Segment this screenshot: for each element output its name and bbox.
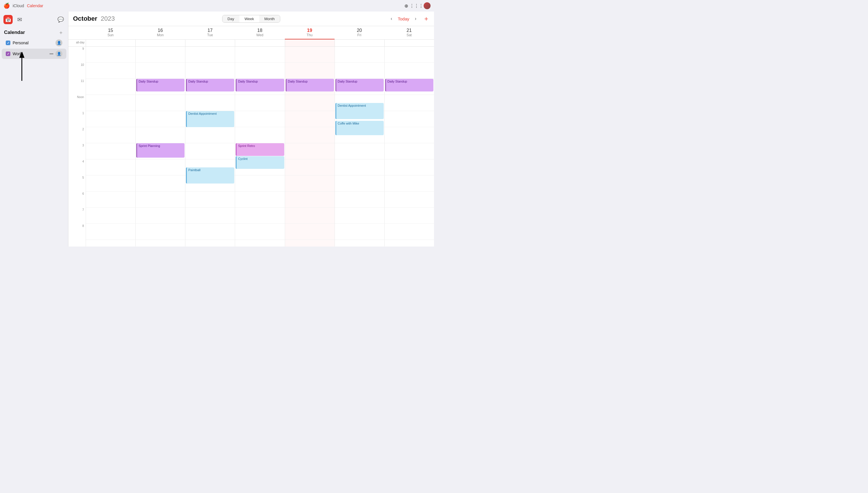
wed-6[interactable] — [235, 192, 284, 208]
fri-8[interactable] — [335, 224, 384, 240]
event-daily-standup-sat[interactable]: Daily Standup — [385, 79, 433, 91]
sun-2[interactable] — [86, 127, 135, 143]
view-week-button[interactable]: Week — [239, 15, 259, 22]
personal-person-icon[interactable]: 👤 — [55, 39, 62, 46]
fri-4[interactable] — [335, 159, 384, 175]
calendar-app-icon[interactable]: 📅 — [3, 15, 13, 24]
sidebar-item-work[interactable]: ✓ Work ••• 👤 — [2, 49, 66, 59]
thu-3[interactable] — [285, 143, 335, 159]
event-dentist-fri[interactable]: Dentist Appointment — [336, 103, 384, 119]
sat-10[interactable] — [385, 63, 434, 79]
sun-12[interactable] — [86, 95, 135, 111]
thu-10[interactable] — [285, 63, 335, 79]
event-sprint-retro[interactable]: Sprint Retro — [236, 143, 284, 156]
event-daily-standup-wed[interactable]: Daily Standup — [236, 79, 284, 91]
sat-3[interactable] — [385, 143, 434, 159]
event-cyclint[interactable]: Cyclint — [236, 156, 284, 169]
thu-4[interactable] — [285, 159, 335, 175]
sat-1[interactable] — [385, 111, 434, 127]
mail-icon[interactable]: ✉ — [15, 15, 24, 24]
wed-1[interactable] — [235, 111, 284, 127]
sun-6[interactable] — [86, 192, 135, 208]
prev-arrow[interactable]: ‹ — [387, 15, 395, 23]
event-daily-standup-thu[interactable]: Daily Standup — [286, 79, 334, 91]
event-paintball-tue[interactable]: Paintball — [186, 167, 234, 184]
mon-9[interactable] — [136, 47, 185, 63]
tue-2[interactable] — [185, 127, 235, 143]
fri-9[interactable] — [335, 47, 384, 63]
fri-6[interactable] — [335, 192, 384, 208]
sun-5[interactable] — [86, 175, 135, 192]
thu-12[interactable] — [285, 95, 335, 111]
sat-2[interactable] — [385, 127, 434, 143]
wed-12[interactable] — [235, 95, 284, 111]
event-daily-standup-tue[interactable]: Daily Standup — [186, 79, 234, 91]
sun-9[interactable] — [86, 47, 135, 63]
view-month-button[interactable]: Month — [259, 15, 280, 22]
wed-7[interactable] — [235, 208, 284, 224]
tue-3[interactable] — [185, 143, 235, 159]
sun-4[interactable] — [86, 159, 135, 175]
sun-1[interactable] — [86, 111, 135, 127]
event-daily-standup-fri[interactable]: Daily Standup — [336, 79, 384, 91]
work-person-icon[interactable]: 👤 — [55, 50, 62, 57]
sun-8[interactable] — [86, 224, 135, 240]
tue-7[interactable] — [185, 208, 235, 224]
sat-5[interactable] — [385, 175, 434, 192]
sat-4[interactable] — [385, 159, 434, 175]
thu-6[interactable] — [285, 192, 335, 208]
sun-10[interactable] — [86, 63, 135, 79]
thu-5[interactable] — [285, 175, 335, 192]
add-calendar-button[interactable]: ＋ — [58, 29, 64, 36]
sat-8[interactable] — [385, 224, 434, 240]
sat-9[interactable] — [385, 47, 434, 63]
sat-7[interactable] — [385, 208, 434, 224]
tue-12[interactable] — [185, 95, 235, 111]
wed-2[interactable] — [235, 127, 284, 143]
fri-10[interactable] — [335, 63, 384, 79]
mon-5[interactable] — [136, 175, 185, 192]
wed-9[interactable] — [235, 47, 284, 63]
chat-icon[interactable]: 💬 — [56, 16, 65, 24]
tue-6[interactable] — [185, 192, 235, 208]
tue-9[interactable] — [185, 47, 235, 63]
work-more-icon[interactable]: ••• — [49, 51, 54, 57]
fri-7[interactable] — [335, 208, 384, 224]
wed-10[interactable] — [235, 63, 284, 79]
user-avatar[interactable] — [424, 2, 431, 9]
event-sprint-planning-mon[interactable]: Sprint Planning — [136, 143, 184, 158]
mon-12[interactable] — [136, 95, 185, 111]
personal-checkbox[interactable]: ✓ — [6, 41, 10, 45]
sat-12[interactable] — [385, 95, 434, 111]
mon-4[interactable] — [136, 159, 185, 175]
event-coffe-mike[interactable]: Coffe with Mike — [336, 121, 384, 135]
mon-2[interactable] — [136, 127, 185, 143]
mon-8[interactable] — [136, 224, 185, 240]
thu-7[interactable] — [285, 208, 335, 224]
event-dentist-tue[interactable]: Dentist Appointment — [186, 111, 234, 127]
mon-1[interactable] — [136, 111, 185, 127]
fri-5[interactable] — [335, 175, 384, 192]
mon-7[interactable] — [136, 208, 185, 224]
thu-1[interactable] — [285, 111, 335, 127]
thu-2[interactable] — [285, 127, 335, 143]
fri-3[interactable] — [335, 143, 384, 159]
view-day-button[interactable]: Day — [223, 15, 239, 22]
plus-circle-icon[interactable]: ⊕ — [403, 3, 409, 9]
sat-6[interactable] — [385, 192, 434, 208]
sidebar-item-personal[interactable]: ✓ Personal 👤 — [2, 38, 66, 48]
sun-7[interactable] — [86, 208, 135, 224]
tue-8[interactable] — [185, 224, 235, 240]
grid-icon[interactable]: ⋮⋮⋮ — [413, 3, 420, 9]
sun-3[interactable] — [86, 143, 135, 159]
mon-10[interactable] — [136, 63, 185, 79]
add-event-button[interactable]: ＋ — [423, 14, 429, 23]
event-daily-standup-mon[interactable]: Daily Standup — [136, 79, 184, 91]
thu-8[interactable] — [285, 224, 335, 240]
work-checkbox[interactable]: ✓ — [6, 51, 10, 56]
wed-5[interactable] — [235, 175, 284, 192]
wed-8[interactable] — [235, 224, 284, 240]
tue-10[interactable] — [185, 63, 235, 79]
today-button[interactable]: Today — [398, 16, 409, 21]
next-arrow[interactable]: › — [412, 15, 420, 23]
